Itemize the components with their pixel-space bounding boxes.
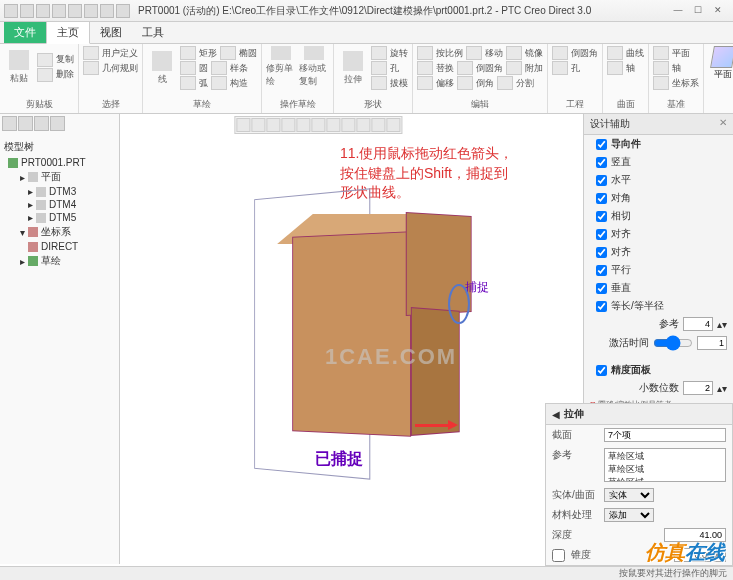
geomrule-icon[interactable] xyxy=(83,61,99,75)
guide-item-checkbox[interactable] xyxy=(596,283,607,294)
decimals-input[interactable] xyxy=(683,381,713,395)
precision-panel-check[interactable]: 精度面板 xyxy=(584,361,733,379)
move-sketch-button[interactable]: 移动或复制 xyxy=(299,46,329,88)
ellipse-icon[interactable] xyxy=(220,46,236,60)
revolve-icon[interactable] xyxy=(371,46,387,60)
tab-view[interactable]: 视图 xyxy=(90,22,132,43)
viewport-3d[interactable]: 11.使用鼠标拖动红色箭头， 按住键盘上的Shift，捕捉到 形状曲线。 1CA… xyxy=(120,114,583,564)
split-icon[interactable] xyxy=(497,76,513,90)
guide-item-checkbox[interactable] xyxy=(596,157,607,168)
vp-btn8-icon[interactable] xyxy=(341,118,355,132)
guide-item-6[interactable]: 平行 xyxy=(584,261,733,279)
vp-btn5-icon[interactable] xyxy=(296,118,310,132)
spinner-icon[interactable]: ▴▾ xyxy=(717,319,727,330)
round3-icon[interactable] xyxy=(552,46,568,60)
tab-file[interactable]: 文件 xyxy=(4,22,46,43)
close-button[interactable]: ✕ xyxy=(711,5,725,17)
tree-dtm4[interactable]: ▸ DTM4 xyxy=(2,198,117,211)
plane-sm-icon[interactable] xyxy=(653,46,669,60)
guide-item-8[interactable]: 等长/等半径 xyxy=(584,297,733,315)
mirror-icon[interactable] xyxy=(506,46,522,60)
activate-time-input[interactable] xyxy=(697,336,727,350)
userdef-icon[interactable] xyxy=(83,46,99,60)
tree-axis-group[interactable]: ▾ 坐标系 xyxy=(2,224,117,240)
ref-count-input[interactable] xyxy=(683,317,713,331)
qat-save-icon[interactable] xyxy=(36,4,50,18)
model-3d[interactable]: 1CAE.COM 已捕捉 捕捉 xyxy=(240,194,500,494)
arc-icon[interactable] xyxy=(180,76,196,90)
guide-item-0[interactable]: 竖直 xyxy=(584,153,733,171)
repl-icon[interactable] xyxy=(417,61,433,75)
chamfer-icon[interactable] xyxy=(457,76,473,90)
draft-icon[interactable] xyxy=(371,76,387,90)
point-icon[interactable] xyxy=(211,76,227,90)
minimize-button[interactable]: — xyxy=(671,5,685,17)
tree-dtm3[interactable]: ▸ DTM3 xyxy=(2,185,117,198)
qat-new-icon[interactable] xyxy=(4,4,18,18)
csys-icon[interactable] xyxy=(653,76,669,90)
guide-item-1[interactable]: 水平 xyxy=(584,171,733,189)
vp-btn10-icon[interactable] xyxy=(371,118,385,132)
guide-item-7[interactable]: 垂直 xyxy=(584,279,733,297)
guide-item-checkbox[interactable] xyxy=(596,265,607,276)
tree-root[interactable]: PRT0001.PRT xyxy=(2,156,117,169)
qat-open-icon[interactable] xyxy=(20,4,34,18)
extrude-header[interactable]: ◀ 拉伸 xyxy=(546,404,732,425)
section-input[interactable] xyxy=(604,428,726,442)
guide-item-3[interactable]: 相切 xyxy=(584,207,733,225)
activate-slider[interactable] xyxy=(653,335,693,351)
vp-btn11-icon[interactable] xyxy=(386,118,400,132)
guide-item-checkbox[interactable] xyxy=(596,175,607,186)
scale-icon[interactable] xyxy=(417,46,433,60)
tree-direct[interactable]: DIRECT xyxy=(2,240,117,253)
guide-item-5[interactable]: 对齐 xyxy=(584,243,733,261)
vp-btn4-icon[interactable] xyxy=(281,118,295,132)
guide-item-checkbox[interactable] xyxy=(596,301,607,312)
hole2-icon[interactable] xyxy=(552,61,568,75)
vp-btn1-icon[interactable] xyxy=(236,118,250,132)
qat-undo-icon[interactable] xyxy=(52,4,66,18)
maximize-button[interactable]: ☐ xyxy=(691,5,705,17)
vp-btn9-icon[interactable] xyxy=(356,118,370,132)
curve-icon[interactable] xyxy=(607,46,623,60)
qat-close-icon[interactable] xyxy=(100,4,114,18)
tree-planes-group[interactable]: ▸ 平面 xyxy=(2,169,117,185)
tree-btn1-icon[interactable] xyxy=(2,116,17,131)
tab-home[interactable]: 主页 xyxy=(46,21,90,44)
delete-icon[interactable] xyxy=(37,68,53,82)
spline-icon[interactable] xyxy=(211,61,227,75)
tree-dtm5[interactable]: ▸ DTM5 xyxy=(2,211,117,224)
guide-checkbox[interactable] xyxy=(596,139,607,150)
tree-btn4-icon[interactable] xyxy=(50,116,65,131)
qat-more-icon[interactable] xyxy=(116,4,130,18)
circle-icon[interactable] xyxy=(180,61,196,75)
rect-icon[interactable] xyxy=(180,46,196,60)
ref-list[interactable]: 草绘区域草绘区域草绘区域 xyxy=(604,448,726,482)
taper-checkbox[interactable] xyxy=(552,549,565,562)
attach-icon[interactable] xyxy=(506,61,522,75)
vp-btn7-icon[interactable] xyxy=(326,118,340,132)
material-select[interactable]: 添加 xyxy=(604,508,654,522)
tab-tools[interactable]: 工具 xyxy=(132,22,174,43)
guide-item-checkbox[interactable] xyxy=(596,247,607,258)
move2-icon[interactable] xyxy=(466,46,482,60)
tree-btn2-icon[interactable] xyxy=(18,116,33,131)
extrude-button[interactable]: 拉伸 xyxy=(338,47,368,89)
tree-sketch[interactable]: ▸ 草绘 xyxy=(2,253,117,269)
tree-btn3-icon[interactable] xyxy=(34,116,49,131)
solid-select[interactable]: 实体 xyxy=(604,488,654,502)
close-panel-icon[interactable]: ✕ xyxy=(719,117,727,131)
spinner-icon[interactable]: ▴▾ xyxy=(717,383,727,394)
vp-btn6-icon[interactable] xyxy=(311,118,325,132)
trim-button[interactable]: 修剪单绘 xyxy=(266,46,296,88)
guide-master-check[interactable]: 导向件 xyxy=(584,135,733,153)
vp-btn3-icon[interactable] xyxy=(266,118,280,132)
vp-btn2-icon[interactable] xyxy=(251,118,265,132)
guide-item-checkbox[interactable] xyxy=(596,211,607,222)
plane-button[interactable]: 平面 xyxy=(708,46,733,88)
precision-checkbox[interactable] xyxy=(596,365,607,376)
round-icon[interactable] xyxy=(457,61,473,75)
paste-button[interactable]: 粘贴 xyxy=(4,46,34,88)
offset-icon[interactable] xyxy=(417,76,433,90)
guide-item-checkbox[interactable] xyxy=(596,193,607,204)
